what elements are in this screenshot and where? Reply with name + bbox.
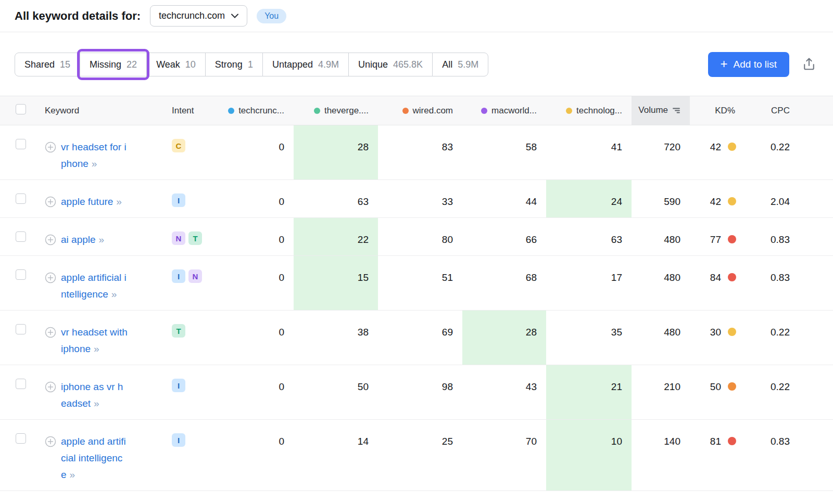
competitor-label: theverge....: [324, 106, 369, 115]
keyword-link[interactable]: apple future: [61, 196, 113, 207]
row-checkbox[interactable]: [16, 433, 26, 444]
kd-difficulty-dot: [728, 197, 736, 205]
competitor-label: technolog...: [576, 106, 622, 115]
page-header: All keyword details for: techcrunch.com …: [0, 0, 833, 32]
open-keyword-icon[interactable]: »: [111, 289, 117, 300]
row-checkbox[interactable]: [16, 139, 26, 149]
cell-wired: 98: [378, 365, 462, 420]
cell-cpc: 0.22: [750, 365, 833, 420]
competitor-label: macworld...: [491, 106, 537, 115]
cell-technologyreview: 24: [546, 180, 632, 218]
column-header-theverge[interactable]: theverge....: [294, 96, 378, 125]
row-checkbox[interactable]: [16, 269, 26, 280]
column-header-technologyreview[interactable]: technolog...: [546, 96, 632, 125]
column-header-keyword: Keyword: [33, 96, 165, 125]
cell-volume: 210: [632, 365, 690, 420]
expand-plus-icon[interactable]: [45, 381, 56, 393]
tab-unique[interactable]: Unique 465.8K: [348, 53, 433, 76]
cell-macworld: 44: [462, 180, 546, 218]
cell-technologyreview: 21: [546, 365, 632, 420]
cell-techcrunch: 0: [210, 420, 294, 491]
expand-plus-icon[interactable]: [45, 196, 56, 208]
open-keyword-icon[interactable]: »: [94, 343, 99, 354]
kd-difficulty-dot: [728, 273, 736, 281]
cell-macworld: 58: [462, 125, 546, 180]
column-header-wired[interactable]: wired.com: [378, 96, 462, 125]
cell-techcrunch: 0: [210, 125, 294, 180]
kd-value: 30: [710, 327, 721, 338]
kd-difficulty-dot: [728, 382, 736, 391]
open-keyword-icon[interactable]: »: [116, 196, 122, 207]
keyword-link[interactable]: iphone as vr headset: [61, 381, 123, 409]
add-to-list-button[interactable]: + Add to list: [708, 52, 789, 77]
column-header-volume[interactable]: Volume: [632, 96, 690, 125]
tab-missing[interactable]: Missing 22: [80, 53, 147, 76]
macworld-dot-icon: [481, 108, 487, 114]
cell-technologyreview: 10: [546, 420, 632, 491]
row-checkbox[interactable]: [16, 379, 26, 389]
intent-badge-commercial: C: [172, 139, 185, 152]
kd-value: 42: [710, 141, 721, 152]
wired-dot-icon: [402, 108, 409, 114]
tab-shared[interactable]: Shared 15: [15, 53, 80, 76]
cell-kd: 50: [690, 365, 750, 420]
intent-badge-informational: I: [172, 269, 185, 283]
cell-technologyreview: 35: [546, 311, 632, 365]
open-keyword-icon[interactable]: »: [70, 469, 75, 480]
keyword-link[interactable]: ai apple: [61, 234, 96, 245]
tab-label: Weak: [156, 59, 180, 70]
row-checkbox[interactable]: [16, 231, 26, 242]
cell-macworld: 70: [462, 420, 546, 491]
expand-plus-icon[interactable]: [45, 436, 56, 447]
column-header-cpc[interactable]: CPC: [750, 96, 833, 125]
tab-label: Shared: [24, 59, 55, 70]
tab-label: Untapped: [272, 59, 313, 70]
open-keyword-icon[interactable]: »: [99, 234, 105, 245]
competitor-label: wired.com: [413, 106, 453, 115]
intent-badge-transactional: T: [188, 231, 202, 245]
select-all-checkbox[interactable]: [16, 104, 26, 114]
open-keyword-icon[interactable]: »: [92, 158, 97, 169]
expand-plus-icon[interactable]: [45, 272, 56, 283]
intent-badge-navigational: N: [188, 269, 202, 283]
domain-selector[interactable]: techcrunch.com: [150, 5, 247, 27]
cell-kd: 42: [690, 180, 750, 218]
table-row: ai apple» NT 0 22 80 66 63 480 77 0.83: [0, 218, 833, 256]
competitor-label: techcrunc...: [238, 106, 284, 115]
tab-label: Strong: [215, 59, 243, 70]
cell-theverge: 22: [294, 218, 378, 256]
tab-strong[interactable]: Strong 1: [205, 53, 263, 76]
cell-theverge: 63: [294, 180, 378, 218]
export-button[interactable]: [800, 55, 818, 75]
expand-plus-icon[interactable]: [45, 234, 56, 245]
column-header-kd[interactable]: KD%: [690, 96, 750, 125]
open-keyword-icon[interactable]: »: [94, 398, 99, 409]
cell-macworld: 68: [462, 256, 546, 311]
row-checkbox[interactable]: [16, 324, 26, 334]
cell-theverge: 50: [294, 365, 378, 420]
tab-all[interactable]: All 5.9M: [432, 53, 488, 76]
cell-wired: 33: [378, 180, 462, 218]
techcrunch-dot-icon: [228, 108, 234, 114]
cell-cpc: 0.83: [750, 256, 833, 311]
cell-techcrunch: 0: [210, 365, 294, 420]
cell-technologyreview: 41: [546, 125, 632, 180]
table-row: apple and artificial intelligence» I 0 1…: [0, 420, 833, 491]
column-header-techcrunch[interactable]: techcrunc...: [210, 96, 294, 125]
tab-weak[interactable]: Weak 10: [146, 53, 206, 76]
filter-tabs: Shared 15 Missing 22 Weak 10 Strong 1 Un…: [15, 53, 488, 76]
cell-macworld: 66: [462, 218, 546, 256]
kd-difficulty-dot: [728, 437, 736, 445]
table-header-row: Keyword Intent techcrunc... theverge....…: [0, 96, 833, 125]
tab-untapped[interactable]: Untapped 4.9M: [262, 53, 349, 76]
sort-descending-icon: [672, 106, 680, 116]
table-row: vr headset for iphone» C 0 28 83 58 41 7…: [0, 125, 833, 180]
expand-plus-icon[interactable]: [45, 141, 56, 153]
cell-wired: 25: [378, 420, 462, 491]
column-header-macworld[interactable]: macworld...: [462, 96, 546, 125]
table-row: vr headset with iphone» T 0 38 69 28 35 …: [0, 311, 833, 365]
expand-plus-icon[interactable]: [45, 327, 56, 338]
chevron-down-icon: [231, 14, 238, 18]
cell-volume: 480: [632, 256, 690, 311]
row-checkbox[interactable]: [16, 193, 26, 204]
